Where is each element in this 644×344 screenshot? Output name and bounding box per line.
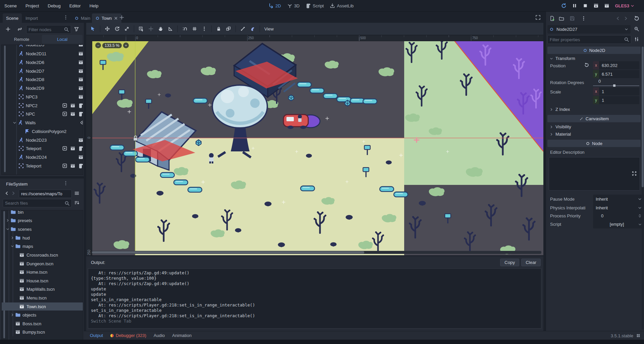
expand-description-icon[interactable]	[632, 171, 637, 176]
movie-icon[interactable]	[78, 68, 83, 74]
remote-toggle[interactable]: Remote	[1, 35, 42, 44]
script-icon[interactable]	[78, 163, 83, 168]
property-tools-icon[interactable]	[634, 37, 639, 42]
collapse-arrow-icon[interactable]	[10, 244, 14, 248]
rotation-slider-handle[interactable]	[613, 84, 615, 87]
visibility-icon[interactable]	[80, 120, 83, 125]
pivot-tool-icon[interactable]	[148, 26, 154, 31]
tree-row[interactable]: Teleport	[2, 144, 83, 152]
local-toggle[interactable]: Local	[42, 35, 83, 44]
section-canvasitem[interactable]: CanvasItem	[547, 115, 641, 122]
list-select-tool-icon[interactable]	[139, 26, 144, 31]
bottom-tab-output[interactable]: Output	[90, 333, 103, 338]
video-driver-select[interactable]: GLES3	[615, 3, 635, 8]
movie-icon[interactable]	[78, 137, 83, 143]
tree-row[interactable]: NPC2	[2, 101, 83, 110]
file-row[interactable]: bin	[2, 210, 83, 216]
edited-node-selector[interactable]: Node2D27	[547, 25, 631, 33]
bottom-tab-audio[interactable]: Audio	[154, 333, 165, 338]
lock-node-icon[interactable]	[216, 26, 221, 31]
play-scene-button[interactable]	[593, 3, 599, 8]
play-custom-scene-button[interactable]	[604, 3, 609, 8]
snap-options-icon[interactable]	[202, 26, 207, 31]
pause-mode-select[interactable]: Inherit	[593, 195, 644, 203]
group-icon[interactable]	[62, 163, 67, 168]
expand-arrow-icon[interactable]	[10, 236, 14, 240]
nav-forward-icon[interactable]	[11, 191, 16, 196]
tree-row[interactable]: Node2D8	[2, 75, 83, 83]
dock-menu-icon[interactable]	[63, 15, 68, 20]
expand-arrow-icon[interactable]	[6, 218, 10, 222]
grid-snap-icon[interactable]	[192, 26, 197, 31]
history-forward-icon[interactable]	[623, 16, 629, 21]
file-row[interactable]: Menu.tscn	[2, 294, 83, 302]
inspector-scrollbar[interactable]	[642, 47, 644, 330]
bottom-tab-animation[interactable]: Animation	[172, 333, 192, 338]
file-row[interactable]: MapWalls.tscn	[2, 285, 83, 293]
script-icon[interactable]	[78, 111, 83, 117]
tree-row[interactable]: NPC3	[2, 93, 83, 101]
copy-button[interactable]: Copy	[500, 259, 519, 266]
rotation-field[interactable]: 0	[593, 78, 639, 87]
history-icon[interactable]	[634, 16, 639, 21]
instance-scene-button[interactable]	[17, 26, 22, 32]
new-resource-icon[interactable]	[549, 16, 555, 21]
bottom-tab-debugger[interactable]: Debugger (323)	[110, 333, 146, 338]
rotate-tool-icon[interactable]	[114, 26, 120, 31]
menu-scene[interactable]: Scene	[0, 3, 21, 8]
pan-tool-icon[interactable]	[158, 26, 163, 31]
group-node-icon[interactable]	[226, 26, 231, 31]
filter-properties-input[interactable]	[548, 37, 624, 42]
collapse-arrow-icon[interactable]	[6, 227, 10, 231]
movie-icon[interactable]	[70, 103, 75, 108]
mode-script[interactable]: Script	[306, 3, 324, 8]
movie-icon[interactable]	[78, 94, 83, 99]
add-node-button[interactable]	[5, 26, 11, 32]
view-menu[interactable]: View	[264, 26, 274, 31]
movie-icon[interactable]	[78, 77, 83, 82]
file-row[interactable]: presets	[2, 216, 83, 224]
menu-editor[interactable]: Editor	[65, 3, 85, 8]
tree-row[interactable]: CollisionPolygon2	[2, 127, 83, 135]
tree-row[interactable]: Node2D5	[2, 45, 83, 49]
file-row[interactable]: Crossroads.tscn	[2, 251, 83, 259]
clear-button[interactable]: Clear	[521, 259, 541, 266]
menu-project[interactable]: Project	[21, 3, 43, 8]
ik-chain-icon[interactable]	[250, 26, 255, 31]
expand-arrow-icon[interactable]	[10, 313, 14, 317]
mode-assetlib[interactable]: AssetLib	[330, 3, 354, 8]
stop-button[interactable]	[583, 3, 588, 8]
file-row[interactable]: scenes	[2, 225, 83, 233]
group-icon[interactable]	[62, 146, 67, 151]
editor-description-field[interactable]	[549, 157, 640, 191]
zindex-fold[interactable]: Z Index	[549, 107, 570, 112]
group-icon[interactable]	[62, 103, 67, 108]
path-bar[interactable]: res://scenes/maps/To	[19, 190, 72, 198]
file-row-selected[interactable]: Town.tscn	[2, 302, 83, 311]
movie-icon[interactable]	[78, 154, 83, 160]
load-resource-icon[interactable]	[559, 16, 564, 21]
position-y-field[interactable]: y6.571	[593, 70, 639, 78]
viewport-canvas[interactable]: 0 250 500 750 0 250	[86, 35, 543, 255]
scene-tab-main[interactable]: Main	[71, 13, 94, 23]
file-row[interactable]: Home.tscn	[2, 268, 83, 276]
resource-tools-icon[interactable]	[581, 16, 586, 21]
rotation-slider[interactable]	[593, 85, 639, 86]
zoom-level[interactable]: 133.5 %	[102, 43, 122, 48]
search-files-input[interactable]	[3, 201, 64, 206]
movie-icon[interactable]	[70, 146, 75, 151]
smart-snap-icon[interactable]	[182, 26, 187, 31]
tree-row[interactable]: Node2D23	[2, 136, 83, 144]
scene-tab-town[interactable]: Town	[92, 13, 121, 23]
distraction-free-icon[interactable]	[535, 15, 541, 20]
revert-icon[interactable]	[584, 63, 589, 67]
scale-y-field[interactable]: y1	[593, 96, 639, 104]
skeleton-icon[interactable]	[240, 26, 246, 31]
tree-row[interactable]: Node2D9	[2, 84, 83, 92]
tab-filesystem[interactable]: FileSystem	[3, 179, 31, 189]
tab-import-dock[interactable]: Import	[22, 13, 41, 23]
new-scene-tab-button[interactable]	[119, 15, 124, 20]
file-row[interactable]: hud	[2, 234, 83, 242]
select-tool-icon[interactable]	[90, 26, 96, 31]
replay-button[interactable]	[561, 3, 567, 8]
